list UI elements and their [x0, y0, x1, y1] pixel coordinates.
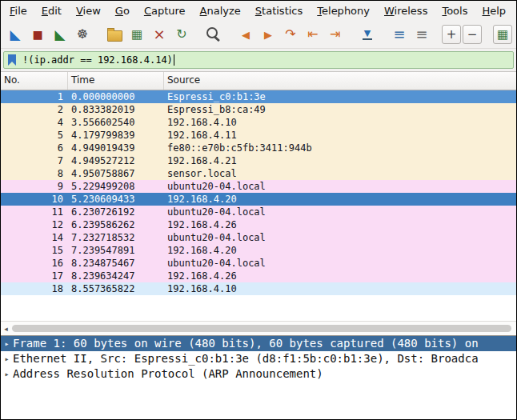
packet-no: 1: [1, 90, 68, 103]
stop-capture-glyph: ■: [32, 29, 42, 40]
filter-bookmark-icon[interactable]: [8, 54, 16, 66]
packet-source: 192.168.4.20: [164, 193, 516, 206]
save-capture-file-icon[interactable]: ▦: [126, 24, 147, 45]
menu-edit[interactable]: Edit: [34, 1, 69, 21]
expander-icon[interactable]: ▸: [1, 351, 13, 366]
detail-line-1[interactable]: ▸Ethernet II, Src: Espressi_c0:b1:3e (d8…: [1, 351, 516, 366]
packet-list-header: No.TimeSource: [1, 72, 516, 90]
detail-line-2[interactable]: ▸Address Resolution Protocol (ARP Announ…: [1, 366, 516, 382]
packet-row-16[interactable]: 168.234875467ubuntu20-04.local: [1, 257, 516, 270]
colorize-packets-icon[interactable]: ≡: [389, 24, 410, 45]
expander-icon[interactable]: ▸: [1, 366, 13, 382]
packet-row-11[interactable]: 116.230726192ubuntu20-04.local: [1, 206, 516, 218]
menu-view[interactable]: View: [69, 1, 108, 21]
stop-capture-icon[interactable]: ■: [27, 24, 48, 45]
packet-source: 192.168.4.26: [164, 270, 516, 282]
packet-row-6[interactable]: 64.949019439fe80::e70b:c5fb:3411:944b: [1, 142, 516, 154]
menu-wireless[interactable]: Wireless: [377, 1, 435, 21]
menu-file[interactable]: File: [2, 1, 34, 21]
detail-text: Frame 1: 60 bytes on wire (480 bits), 60…: [13, 336, 479, 351]
menu-analyze[interactable]: Analyze: [193, 1, 248, 21]
packet-time: 0.833382019: [68, 103, 164, 116]
packet-row-7[interactable]: 74.949527212192.168.4.21: [1, 154, 516, 167]
go-last-packet-icon[interactable]: ⇥: [325, 24, 346, 45]
menu-tools[interactable]: Tools: [435, 1, 475, 21]
packet-time: 4.949527212: [68, 154, 164, 167]
go-first-packet-glyph: ⇤: [307, 28, 318, 41]
packet-time: 8.557365822: [68, 282, 164, 295]
menu-help[interactable]: Help: [475, 1, 513, 21]
packet-no: 16: [1, 257, 68, 270]
packet-list-rows: 10.000000000Espressi_c0:b1:3e20.83338201…: [1, 90, 516, 321]
menu-telephony[interactable]: Telephony: [310, 1, 377, 21]
auto-scroll-glyph: ▼: [363, 29, 372, 40]
packet-row-10[interactable]: 105.230609433192.168.4.20: [1, 193, 516, 206]
reload-capture-file-glyph: ↻: [176, 28, 186, 41]
menu-go[interactable]: Go: [108, 1, 137, 21]
capture-options-icon[interactable]: ☸: [72, 24, 93, 45]
packet-no: 18: [1, 282, 68, 295]
packet-row-18[interactable]: 188.557365822192.168.4.10: [1, 282, 516, 295]
go-forward-icon[interactable]: ▶: [258, 24, 279, 45]
go-back-icon[interactable]: ◀: [235, 24, 256, 45]
horizontal-scrollbar[interactable]: ◂: [1, 321, 516, 335]
packet-no: 6: [1, 142, 68, 154]
zoom-out-icon[interactable]: −: [463, 25, 482, 44]
packet-list-pane: No.TimeSource 10.000000000Espressi_c0:b1…: [1, 72, 516, 335]
packet-source: 192.168.4.26: [164, 218, 516, 231]
coloring-rules-icon[interactable]: ≡: [411, 24, 432, 45]
packet-time: 5.229499208: [68, 180, 164, 193]
filter-expression[interactable]: !(ip.addr == 192.168.4.14): [22, 54, 173, 66]
go-first-packet-icon[interactable]: ⇤: [303, 24, 323, 45]
packet-source: 192.168.4.20: [164, 244, 516, 257]
close-capture-file-glyph: ×: [153, 27, 165, 42]
column-header-time[interactable]: Time: [68, 72, 164, 90]
reload-capture-file-icon[interactable]: ↻: [171, 24, 192, 45]
packet-no: 12: [1, 218, 68, 231]
scrollbar-thumb[interactable]: [12, 325, 511, 332]
menu-capture[interactable]: Capture: [137, 1, 193, 21]
detail-text: Address Resolution Protocol (ARP Announc…: [13, 366, 323, 382]
expander-icon[interactable]: ▸: [1, 336, 13, 351]
packet-row-4[interactable]: 43.556602540192.168.4.10: [1, 116, 516, 129]
packet-row-9[interactable]: 95.229499208ubuntu20-04.local: [1, 180, 516, 193]
packet-row-8[interactable]: 84.950758867sensor.local: [1, 167, 516, 180]
packet-time: 6.239586262: [68, 218, 164, 231]
column-header-no[interactable]: No.: [1, 72, 68, 90]
packet-row-2[interactable]: 20.833382019Espressi_b8:ca:49: [1, 103, 516, 116]
auto-scroll-icon[interactable]: ▼: [357, 24, 378, 45]
packet-no: 4: [1, 116, 68, 129]
packet-row-1[interactable]: 10.000000000Espressi_c0:b1:3e: [1, 90, 516, 103]
packet-time: 8.234875467: [68, 257, 164, 270]
find-packet-icon[interactable]: [203, 24, 224, 45]
packet-row-14[interactable]: 147.232718532ubuntu20-04.local: [1, 231, 516, 244]
packet-no: 10: [1, 193, 68, 206]
capture-options-glyph: ☸: [77, 28, 88, 41]
packet-time: 4.179799839: [68, 129, 164, 142]
close-capture-file-icon[interactable]: ×: [149, 24, 170, 45]
go-to-packet-icon[interactable]: ↷: [280, 24, 301, 45]
resize-columns-icon[interactable]: ▦: [493, 25, 512, 44]
packet-source: ubuntu20-04.local: [164, 231, 516, 244]
packet-no: 14: [1, 231, 68, 244]
zoom-in-glyph: +: [447, 29, 457, 41]
menu-statistics[interactable]: Statistics: [248, 1, 310, 21]
packet-time: 8.239634247: [68, 270, 164, 282]
packet-row-12[interactable]: 126.239586262192.168.4.26: [1, 218, 516, 231]
packet-row-5[interactable]: 54.179799839192.168.4.11: [1, 129, 516, 142]
start-capture-icon[interactable]: ◣: [5, 24, 26, 45]
restart-capture-icon[interactable]: ◣: [50, 24, 70, 45]
go-back-glyph: ◀: [242, 30, 250, 40]
packet-row-17[interactable]: 178.239634247192.168.4.26: [1, 270, 516, 282]
display-filter-input[interactable]: !(ip.addr == 192.168.4.14): [3, 51, 514, 69]
packet-row-15[interactable]: 157.239547891192.168.4.20: [1, 244, 516, 257]
detail-line-0[interactable]: ▸Frame 1: 60 bytes on wire (480 bits), 6…: [1, 336, 516, 351]
column-header-source[interactable]: Source: [164, 72, 516, 90]
open-capture-file-icon[interactable]: [104, 24, 125, 45]
packet-no: 11: [1, 206, 68, 218]
text-cursor: [174, 54, 174, 66]
scroll-left-icon[interactable]: ◂: [1, 325, 11, 333]
packet-time: 0.000000000: [68, 90, 164, 103]
zoom-in-icon[interactable]: +: [442, 25, 461, 44]
resize-columns-glyph: ▦: [497, 29, 508, 41]
